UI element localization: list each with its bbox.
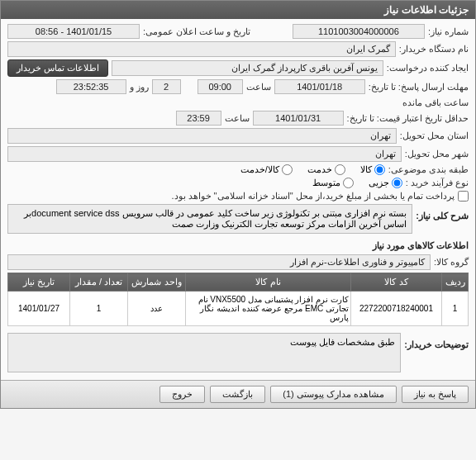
- value-creator: یونس آفرین باقری کارپرداز گمرک ایران: [112, 60, 383, 76]
- radio-goods-service[interactable]: کالا/خدمت: [240, 164, 293, 175]
- label-need-desc: شرح کلی نیاز:: [416, 211, 469, 221]
- panel-title: جزئیات اطلاعات نیاز: [384, 4, 469, 16]
- value-countdown: 23:52:35: [56, 79, 126, 94]
- label-hour-2: ساعت: [225, 113, 250, 124]
- radio-service-input[interactable]: [335, 164, 345, 175]
- cell-row: 1: [442, 292, 469, 326]
- cell-qty: 1: [70, 292, 128, 326]
- label-category: طبقه بندی موضوعی:: [388, 164, 469, 175]
- label-deadline: مهلت ارسال پاسخ: تا تاریخ:: [369, 82, 469, 92]
- radio-partial[interactable]: جزیی: [369, 178, 402, 188]
- label-need-no: شماره نیاز:: [428, 26, 469, 37]
- cell-unit: عدد: [128, 292, 186, 326]
- label-pub-date: تاریخ و ساعت اعلان عمومی:: [143, 26, 250, 37]
- value-days-left: 2: [152, 79, 181, 94]
- panel-header: جزئیات اطلاعات نیاز: [1, 1, 475, 19]
- value-province: تهران: [7, 128, 397, 144]
- label-city: شهر محل تحویل:: [405, 149, 469, 159]
- label-creator: ایجاد کننده درخواست:: [387, 63, 469, 74]
- th-unit: واحد شمارش: [128, 273, 186, 292]
- reply-button[interactable]: پاسخ به نیاز: [402, 386, 469, 403]
- radio-goods-label: کالا: [360, 164, 372, 175]
- value-buyer-notes: طبق مشخصات فایل پیوست: [7, 333, 401, 372]
- radio-service[interactable]: خدمت: [307, 164, 345, 175]
- cell-code: 2272200718240001: [351, 292, 442, 326]
- value-need-desc: بسته نرم افزاری مبتنی بر تکنولوژی زیر سا…: [7, 204, 412, 234]
- cell-date: 1401/01/27: [8, 292, 70, 326]
- label-province: استان محل تحویل:: [400, 130, 469, 141]
- th-row: ردیف: [442, 273, 469, 292]
- th-date: تاریخ نیاز: [8, 273, 70, 292]
- label-process: نوع فرآیند خرید :: [406, 178, 469, 188]
- label-price-deadline: حداقل تاریخ اعتبار قیمت: تا تاریخ:: [347, 113, 469, 124]
- radio-goods[interactable]: کالا: [360, 164, 385, 175]
- exit-button[interactable]: خروج: [159, 386, 205, 403]
- value-pub-date: 1401/01/15 - 08:56: [7, 24, 140, 39]
- items-table: ردیف کد کالا نام کالا واحد شمارش تعداد /…: [7, 273, 469, 326]
- th-qty: تعداد / مقدار: [70, 273, 128, 292]
- label-full-payment: پرداخت تمام یا بخشی از مبلغ خرید،از محل …: [171, 191, 455, 202]
- radio-goods-service-input[interactable]: [282, 164, 293, 175]
- contact-buyer-button[interactable]: اطلاعات تماس خریدار: [7, 59, 108, 77]
- attachments-button[interactable]: مشاهده مدارک پیوستی (1): [270, 386, 397, 403]
- label-buyer-notes: توضیحات خریدار:: [404, 339, 469, 350]
- cell-name: کارت نرم افزار پشتیبانی مدل VNX5500 نام …: [186, 292, 351, 326]
- label-day-and: روز و: [130, 82, 149, 92]
- label-goods-group: گروه کالا:: [434, 257, 469, 268]
- radio-service-label: خدمت: [307, 164, 332, 175]
- radio-medium-label: متوسط: [312, 178, 340, 188]
- radio-partial-label: جزیی: [369, 178, 389, 188]
- radio-goods-input[interactable]: [374, 164, 385, 175]
- section-items-header: اطلاعات کالاهای مورد نیاز: [7, 240, 469, 251]
- value-price-date: 1401/01/31: [253, 111, 344, 126]
- footer-bar: پاسخ به نیاز مشاهده مدارک پیوستی (1) باز…: [1, 380, 475, 408]
- radio-goods-service-label: کالا/خدمت: [240, 164, 279, 175]
- value-city: تهران: [7, 146, 402, 162]
- value-price-time: 23:59: [176, 111, 221, 126]
- back-button[interactable]: بازگشت: [210, 386, 265, 403]
- value-goods-group: کامپیوتر و فناوری اطلاعات-نرم افزار: [7, 254, 431, 270]
- value-deadline-date: 1401/01/18: [274, 79, 365, 94]
- value-buyer-org: گمرک ایران: [7, 41, 396, 57]
- th-code: کد کالا: [351, 273, 442, 292]
- radio-medium-input[interactable]: [343, 178, 354, 188]
- radio-medium[interactable]: متوسط: [312, 178, 354, 188]
- label-hour-1: ساعت: [246, 82, 271, 92]
- value-deadline-time: 09:00: [198, 79, 243, 94]
- label-buyer-org: نام دستگاه خریدار:: [399, 44, 469, 55]
- checkbox-full-payment[interactable]: [458, 191, 469, 202]
- value-need-no: 1101003004000006: [293, 24, 425, 39]
- table-row[interactable]: 1 2272200718240001 کارت نرم افزار پشتیبا…: [8, 292, 469, 326]
- label-remain: ساعت باقی مانده: [402, 97, 469, 108]
- th-name: نام کالا: [186, 273, 351, 292]
- radio-partial-input[interactable]: [392, 178, 402, 188]
